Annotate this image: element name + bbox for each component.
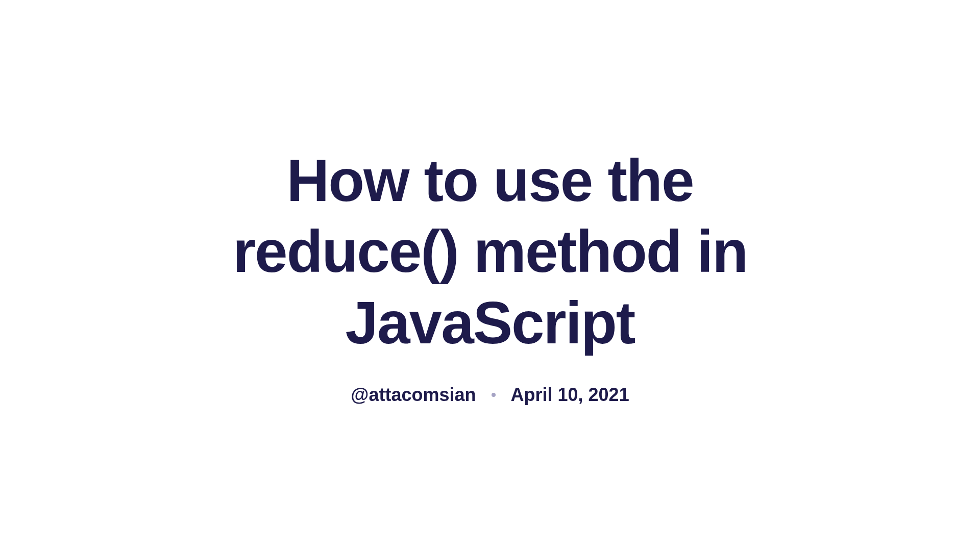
author-handle: @attacomsian <box>351 384 476 406</box>
publish-date: April 10, 2021 <box>511 384 629 406</box>
article-meta: @attacomsian April 10, 2021 <box>204 384 776 406</box>
article-title: How to use the reduce() method in JavaSc… <box>204 145 776 359</box>
separator-dot-icon <box>492 393 496 397</box>
article-header: How to use the reduce() method in JavaSc… <box>184 145 796 406</box>
